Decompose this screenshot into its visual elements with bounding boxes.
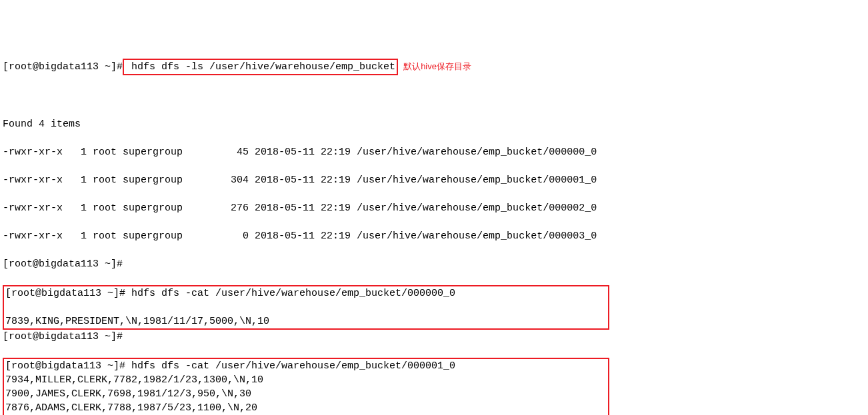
command-cat0: hdfs dfs -cat /user/hive/warehouse/emp_b… [131, 288, 455, 299]
highlight-box-cat1: [root@bigdata113 ~]# hdfs dfs -cat /user… [3, 358, 609, 415]
cat0-row: 7839,KING,PRESIDENT,\N,1981/11/17,5000,\… [5, 316, 269, 327]
cat1-row: 7900,JAMES,CLERK,7698,1981/12/3,950,\N,3… [5, 388, 251, 400]
found-items: Found 4 items [3, 117, 865, 131]
cat1-row: 7934,MILLER,CLERK,7782,1982/1/23,1300,\N… [5, 374, 263, 386]
highlight-box-cat0: [root@bigdata113 ~]# hdfs dfs -cat /user… [3, 285, 609, 330]
annotation-hive-dir: 默认hive保存目录 [403, 61, 471, 71]
prompt: [root@bigdata113 ~]# [5, 288, 125, 299]
prompt: [root@bigdata113 ~]# [5, 360, 125, 372]
prompt-empty: [root@bigdata113 ~]# [3, 257, 865, 271]
ls-row: -rwxr-xr-x 1 root supergroup 45 2018-05-… [3, 145, 865, 159]
prompt-empty: [root@bigdata113 ~]# [3, 330, 865, 344]
command-ls: hdfs dfs -ls /user/hive/warehouse/emp_bu… [131, 61, 395, 73]
cat1-row: 7876,ADAMS,CLERK,7788,1987/5/23,1100,\N,… [5, 402, 257, 414]
prompt: [root@bigdata113 ~]# [3, 61, 123, 73]
highlight-box-ls-cmd: hdfs dfs -ls /user/hive/warehouse/emp_bu… [123, 59, 398, 75]
ls-row: -rwxr-xr-x 1 root supergroup 0 2018-05-1… [3, 229, 865, 243]
command-cat1: hdfs dfs -cat /user/hive/warehouse/emp_b… [131, 360, 455, 372]
ls-row: -rwxr-xr-x 1 root supergroup 276 2018-05… [3, 201, 865, 215]
terminal-line-ls: [root@bigdata113 ~]# hdfs dfs -ls /user/… [3, 59, 865, 75]
ls-row: -rwxr-xr-x 1 root supergroup 304 2018-05… [3, 173, 865, 187]
